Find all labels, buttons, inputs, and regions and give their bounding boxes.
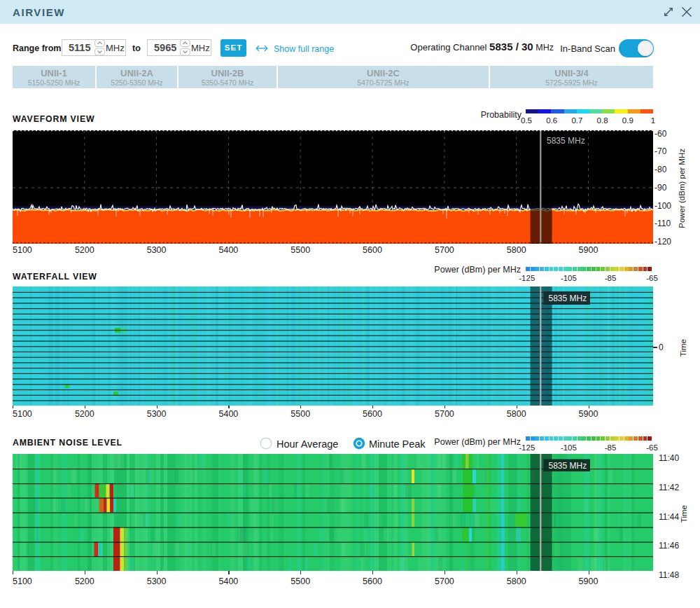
svg-text:5835 MHz: 5835 MHz [549, 461, 587, 471]
svg-text:5835 MHz: 5835 MHz [549, 293, 587, 303]
svg-text:5835 MHz: 5835 MHz [547, 136, 585, 146]
